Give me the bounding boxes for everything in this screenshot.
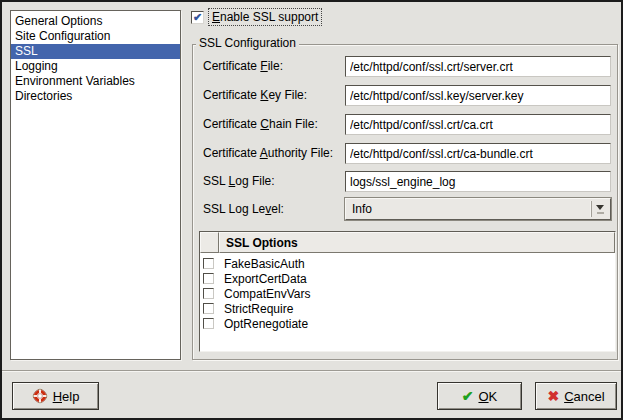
help-button-label: Help [53,389,80,404]
certificate-chain-file-label: Certificate Chain File: [203,117,318,131]
exportcertdata-checkbox[interactable] [203,273,214,284]
ssl-log-level-label: SSL Log Level: [203,202,284,216]
certificate-file-label: Certificate File: [203,59,283,73]
certificate-chain-file-input[interactable] [345,114,611,135]
table-row[interactable]: OptRenegotiate [200,316,615,331]
cancel-button[interactable]: ✖ Cancel [535,382,617,410]
option-label: OptRenegotiate [224,317,308,331]
x-icon: ✖ [547,388,559,404]
httpd-config-window: General Options Site Configuration SSL L… [0,0,623,420]
sidebar-item-site-configuration[interactable]: Site Configuration [11,29,180,44]
sidebar-item-logging[interactable]: Logging [11,59,180,74]
option-label: ExportCertData [224,272,307,286]
checkmark-icon: ✔ [193,12,202,23]
ssl-options-column-header[interactable]: SSL Options [219,232,615,253]
sidebar-item-environment-variables[interactable]: Environment Variables [11,74,180,89]
table-row[interactable]: FakeBasicAuth [200,256,615,271]
enable-ssl-row: ✔ Enable SSL support [191,9,321,25]
ok-button-label: OK [478,389,497,404]
ssl-log-file-label: SSL Log File: [203,174,275,188]
table-row[interactable]: ExportCertData [200,271,615,286]
ssl-configuration-frame: SSL Configuration Certificate File: Cert… [192,44,618,360]
enable-ssl-checkbox[interactable]: ✔ [191,11,204,24]
sidebar-item-general-options[interactable]: General Options [11,14,180,29]
sidebar-item-ssl[interactable]: SSL [11,44,180,59]
certificate-authority-file-label: Certificate Authority File: [203,146,333,160]
certificate-file-input[interactable] [345,56,611,77]
compatenvvars-checkbox[interactable] [203,288,214,299]
ssl-log-level-dropdown[interactable]: Info [345,198,611,220]
ssl-options-table-header: SSL Options [200,232,615,253]
table-row[interactable]: CompatEnvVars [200,286,615,301]
enable-ssl-label[interactable]: Enable SSL support [209,9,321,25]
footer-separator [2,370,623,372]
sidebar-item-directories[interactable]: Directories [11,89,180,104]
cancel-button-label: Cancel [564,389,604,404]
certificate-key-file-label: Certificate Key File: [203,88,307,102]
ssl-log-file-input[interactable] [345,171,611,192]
help-button[interactable]: Help [12,382,99,410]
ssl-options-checkbox-column-header[interactable] [200,232,219,253]
category-list: General Options Site Configuration SSL L… [10,10,181,360]
fakebasicauth-checkbox[interactable] [203,258,214,269]
option-label: StrictRequire [224,302,293,316]
optrenegotiate-checkbox[interactable] [203,318,214,329]
ok-button[interactable]: ✔ OK [437,382,522,410]
frame-title: SSL Configuration [196,36,299,50]
ssl-options-table-body: FakeBasicAuth ExportCertData CompatEnvVa… [200,253,615,331]
ssl-log-level-value: Info [352,202,372,216]
option-label: CompatEnvVars [224,287,310,301]
certificate-key-file-input[interactable] [345,85,611,106]
table-row[interactable]: StrictRequire [200,301,615,316]
check-icon: ✔ [462,388,474,404]
strictrequire-checkbox[interactable] [203,303,214,314]
certificate-authority-file-input[interactable] [345,143,611,164]
life-preserver-icon [32,388,48,404]
dropdown-arrow-icon [591,201,608,217]
ssl-options-table: SSL Options FakeBasicAuth ExportCertData… [199,231,616,352]
option-label: FakeBasicAuth [224,257,305,271]
